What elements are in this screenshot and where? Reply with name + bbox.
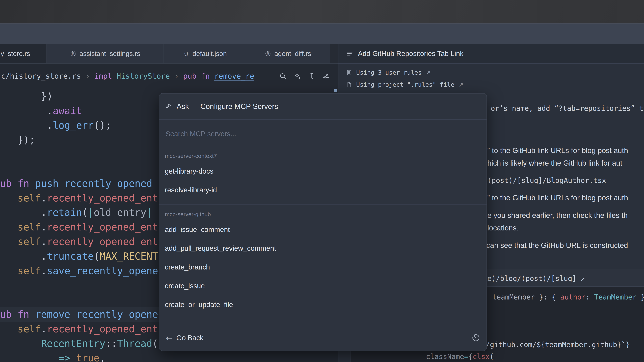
panel-text-line: ” to the GitHub link URLs for blog post …	[487, 145, 628, 156]
search-icon[interactable]	[279, 72, 287, 80]
svg-text:R: R	[72, 52, 74, 55]
desktop-background	[0, 0, 644, 23]
tab-assistant_settings.rs[interactable]: Rassistant_settings.rs	[46, 44, 164, 63]
mcp-server-group-label: mcp-server-github	[159, 208, 486, 220]
panel-text-line: (post)/[slug]/BlogAuthor.tsx	[487, 175, 606, 186]
editor-toolbar-icons	[279, 72, 330, 80]
mcp-tool-item[interactable]: get-library-docs	[159, 162, 486, 181]
text-cursor-icon[interactable]	[308, 72, 316, 80]
agent-thread-header[interactable]: Add GitHub Repositories Tab Link	[338, 44, 644, 64]
code-line: _ => true,	[0, 351, 338, 362]
tab-label: assistant_settings.rs	[80, 50, 140, 57]
panel-text-line: hich is likely where the GitHub link for…	[487, 158, 622, 168]
mcp-modal-title: Ask — Configure MCP Servers	[176, 102, 278, 111]
panel-text-line: e you shared earlier, then check the fil…	[487, 210, 628, 220]
mcp-servers-modal: Ask — Configure MCP Servers mcp-server-c…	[159, 93, 487, 351]
user-rules-link[interactable]: Using 3 user rules ↗	[346, 69, 431, 76]
external-link-icon: ↗	[426, 69, 431, 76]
window-titlebar	[0, 23, 644, 44]
rust-icon: R	[70, 50, 76, 57]
mcp-tool-item[interactable]: add_pull_request_review_comment	[159, 239, 486, 258]
mcp-tool-item[interactable]: create_branch	[159, 258, 486, 277]
tab-label: y_store.rs	[1, 50, 30, 57]
rule-label: Using 3 user rules	[356, 69, 422, 76]
svg-text:{}: {}	[184, 51, 189, 56]
mcp-search-row	[159, 120, 486, 148]
panel-text-line: ” to the GitHub link URLs for blog post …	[487, 193, 628, 203]
tab-default.json[interactable]: {}default.json	[164, 44, 246, 63]
mcp-tool-item[interactable]: create_or_update_file	[159, 295, 486, 314]
mcp-modal-footer: ← Go Back	[159, 325, 486, 351]
project-rules-link[interactable]: Using project ".rules" file ↗	[346, 81, 464, 88]
thread-list-icon	[346, 50, 354, 57]
svg-text:R: R	[267, 52, 269, 55]
external-link-icon: ↗	[458, 81, 464, 88]
mcp-tool-item[interactable]: resolve-library-id	[159, 181, 486, 199]
tab-label: agent_diff.rs	[274, 50, 311, 57]
scrollbar-marker[interactable]	[334, 89, 336, 92]
filter-icon[interactable]	[322, 72, 330, 80]
go-back-button[interactable]: Go Back	[176, 334, 204, 342]
breadcrumb-bar: c/history_store.rs › impl HistoryStore ›…	[0, 64, 338, 88]
mcp-tool-item[interactable]: add_issue_comment	[159, 220, 486, 239]
mcp-search-input[interactable]	[165, 130, 480, 138]
tab-y_store.rs[interactable]: y_store.rs	[0, 44, 46, 63]
rule-label: Using project ".rules" file	[356, 81, 454, 88]
json-icon: {}	[183, 50, 190, 57]
panel-text-line: or’s name, add “?tab=repositories” to	[491, 103, 644, 113]
rust-icon: R	[265, 50, 271, 57]
back-arrow-icon: ←	[166, 333, 172, 343]
sparkles-icon[interactable]	[294, 72, 301, 80]
tab-agent_diff.rs[interactable]: Ragent_diff.rs	[246, 44, 330, 63]
thread-title: Add GitHub Repositories Tab Link	[358, 50, 464, 58]
group-divider	[159, 204, 486, 205]
zed-window: y_store.rsRassistant_settings.rs{}defaul…	[0, 0, 644, 362]
tab-bar: y_store.rsRassistant_settings.rs{}defaul…	[0, 44, 338, 64]
breadcrumb[interactable]: c/history_store.rs › impl HistoryStore ›…	[1, 72, 254, 80]
history-icon[interactable]	[472, 334, 480, 342]
file-text-icon	[346, 69, 352, 76]
panel-text-line: locations.	[487, 223, 518, 233]
mcp-tool-list: mcp-server-context7get-library-docsresol…	[159, 148, 486, 314]
mcp-server-group-label: mcp-server-context7	[159, 150, 486, 162]
file-icon	[346, 82, 352, 88]
mcp-tool-item[interactable]: create_issue	[159, 277, 486, 295]
tab-label: default.json	[192, 50, 227, 57]
panel-text-line: can see that the GitHub URL is construct…	[486, 240, 628, 250]
mcp-modal-header: Ask — Configure MCP Servers	[159, 93, 486, 120]
hammer-icon	[165, 103, 172, 110]
